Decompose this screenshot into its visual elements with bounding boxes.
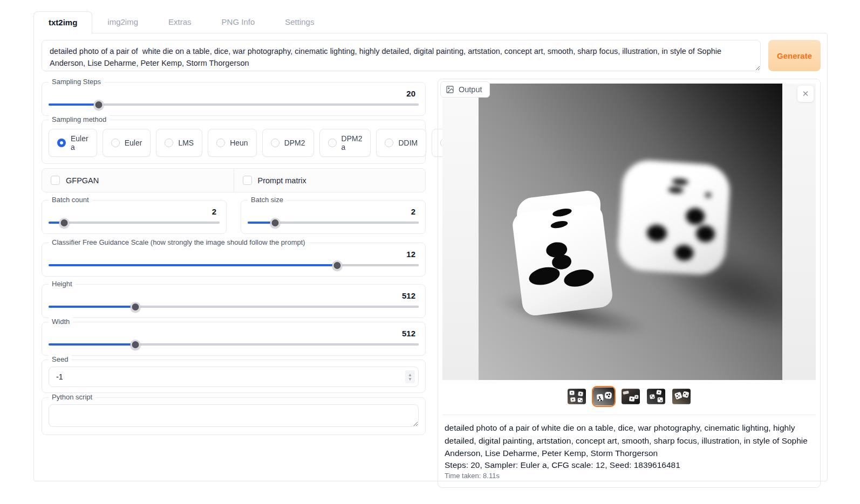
sampling-steps-value: 20 [49,89,419,98]
radio-heun[interactable]: Heun [208,129,256,157]
slider-handle[interactable] [131,302,141,312]
width-group: Width 512 [42,322,426,356]
gallery-thumbnail-3[interactable] [620,388,641,405]
prompt-input[interactable]: detailed photo of a pair of white die on… [42,40,761,71]
batch-count-value: 2 [49,207,220,216]
seed-input[interactable] [49,367,419,387]
app-root: txt2img img2img Extras PNG Info Settings… [0,0,860,481]
slider-fill [49,306,135,308]
slider-handle[interactable] [93,100,104,110]
batch-row: Batch count 2 Batch size 2 [42,200,426,239]
radio-label: Heun [230,139,248,147]
radio-lms[interactable]: LMS [156,129,202,157]
radio-label: LMS [178,139,194,147]
slider-handle[interactable] [59,218,69,228]
number-stepper[interactable]: ▲ ▼ [405,370,415,383]
seed-label: Seed [49,355,71,363]
radio-circle-icon [271,139,279,147]
python-script-input[interactable] [49,404,419,427]
gallery-thumbnail-4[interactable] [646,388,666,405]
radio-circle-icon [111,139,120,147]
slider-fill [49,343,135,346]
radio-circle-icon [328,139,337,147]
spinner-up-icon[interactable]: ▲ [408,373,412,377]
radio-label: DPM2 [284,139,305,147]
slider-handle[interactable] [131,340,141,350]
toggles-row: GFPGAN Prompt matrix [42,168,426,192]
cfg-scale-label: Classifier Free Guidance Scale (how stro… [49,238,309,246]
cfg-scale-group: Classifier Free Guidance Scale (how stro… [42,243,426,277]
slider-handle[interactable] [270,218,280,228]
sampling-method-group: Sampling method Euler a Euler LMS [42,120,426,164]
slider-track[interactable] [49,103,419,106]
python-script-group: Python script [42,397,426,435]
sampling-steps-group: Sampling Steps 20 [42,82,426,116]
seed-group: Seed ▲ ▼ [42,360,426,393]
radio-label: DPM2 a [342,134,363,151]
tab-img2img[interactable]: img2img [92,11,153,33]
tab-extras[interactable]: Extras [153,11,207,33]
checkbox-icon[interactable] [51,176,60,185]
radio-circle-icon [216,139,225,147]
output-header: Output [440,81,490,98]
output-panel: Output ✕ [438,79,821,488]
radio-circle-icon [165,139,173,147]
python-script-label: Python script [49,393,95,401]
batch-size-slider[interactable] [248,217,419,228]
die-right [616,158,732,276]
spinner-down-icon[interactable]: ▼ [408,377,412,381]
batch-count-group: Batch count 2 [42,200,227,234]
slider-fill [49,264,337,266]
width-label: Width [49,317,73,326]
radio-circle-icon [57,139,66,147]
gallery-viewer[interactable] [442,84,816,380]
batch-size-label: Batch size [248,196,286,204]
prompt-matrix-label: Prompt matrix [258,176,306,185]
generate-button[interactable]: Generate [768,40,821,71]
settings-column: Sampling Steps 20 Sampling method Eule [42,79,426,439]
tab-png-info[interactable]: PNG Info [207,11,270,33]
generated-image[interactable] [479,84,782,380]
tab-txt2img[interactable]: txt2img [33,11,92,33]
close-icon[interactable]: ✕ [797,86,814,102]
height-slider[interactable] [49,301,419,312]
radio-ddim[interactable]: DDIM [376,129,426,157]
height-value: 512 [49,291,419,300]
radio-euler-a[interactable]: Euler a [49,129,97,157]
gallery-next-peek [782,84,816,380]
gallery-thumbnail-2[interactable] [592,386,616,407]
gallery-thumbnails [442,380,816,413]
gallery-thumbnail-1[interactable] [566,388,587,405]
output-caption: detailed photo of a pair of white die on… [445,422,810,460]
height-label: Height [49,280,76,288]
height-group: Height 512 [42,284,426,318]
output-header-label: Output [459,85,482,94]
radio-label: Euler [125,139,142,147]
prompt-matrix-checkbox[interactable]: Prompt matrix [234,169,426,192]
slider-handle[interactable] [332,260,343,271]
batch-count-slider[interactable] [49,217,220,228]
output-column: Output ✕ [438,79,821,488]
image-icon [446,85,454,94]
tab-settings[interactable]: Settings [270,11,329,33]
tab-bar: txt2img img2img Extras PNG Info Settings [33,11,828,33]
gallery-thumbnail-5[interactable] [671,388,692,405]
die-left [509,189,617,317]
output-caption-block: detailed photo of a pair of white die on… [442,415,816,485]
cfg-scale-slider[interactable] [49,260,419,271]
sampling-steps-slider[interactable] [49,99,419,110]
width-slider[interactable] [49,339,419,350]
radio-dpm2-a[interactable]: DPM2 a [319,129,371,157]
checkbox-icon[interactable] [243,176,252,185]
cfg-scale-value: 12 [49,250,419,259]
radio-dpm2[interactable]: DPM2 [262,129,314,157]
radio-euler[interactable]: Euler [103,129,151,157]
gfpgan-checkbox[interactable]: GFPGAN [42,169,234,192]
prompt-row: detailed photo of a pair of white die on… [42,40,821,71]
radio-circle-icon [385,139,393,147]
output-params: Steps: 20, Sampler: Euler a, CFG scale: … [445,460,810,470]
batch-size-value: 2 [248,207,419,216]
sampling-method-label: Sampling method [49,115,110,123]
slider-track[interactable] [49,222,220,224]
batch-size-group: Batch size 2 [241,200,426,234]
